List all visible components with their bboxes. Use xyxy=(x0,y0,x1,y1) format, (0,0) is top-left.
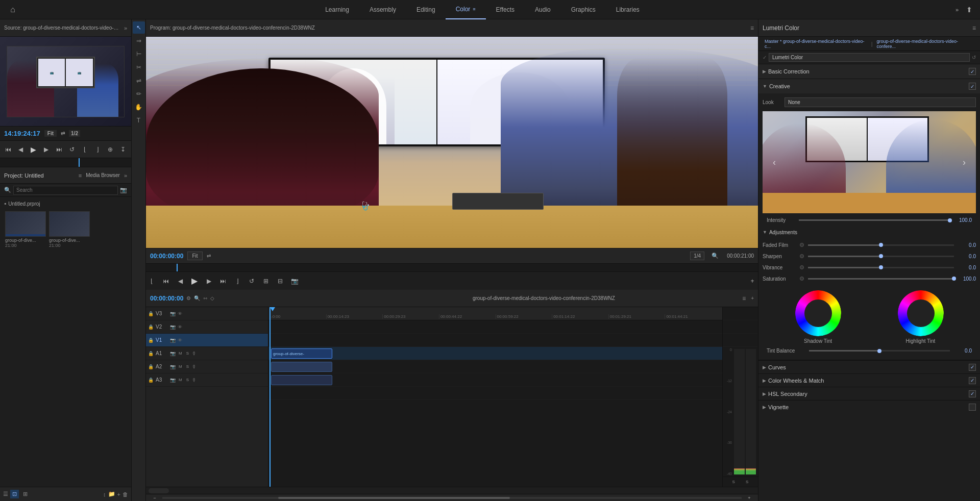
pen-tool[interactable]: ✏ xyxy=(133,88,145,100)
hsl-enabled[interactable]: ✓ xyxy=(969,390,976,397)
track-a1-m[interactable]: M xyxy=(178,350,183,356)
track-v1-camera[interactable]: 📷 xyxy=(170,338,176,343)
source-expand-icon[interactable]: » xyxy=(124,25,127,31)
list-view-icon[interactable]: ☰ xyxy=(3,491,8,497)
timeline-ripple-icon[interactable]: ⇿ xyxy=(203,295,207,301)
timeline-menu-icon[interactable]: ≡ xyxy=(742,295,746,302)
clip-v1[interactable]: group-of-diverse- xyxy=(271,348,332,359)
intensity-thumb[interactable] xyxy=(948,218,952,222)
basic-correction-header[interactable]: ▶ Basic Correction ✓ xyxy=(758,64,980,79)
timeline-expand-icon[interactable]: + xyxy=(751,295,754,301)
sort-icon[interactable]: ↕ xyxy=(103,491,106,497)
zoom-slider[interactable] xyxy=(162,497,742,499)
saturation-node[interactable] xyxy=(800,277,804,281)
faded-film-slider[interactable] xyxy=(808,244,954,246)
track-v3-camera[interactable]: 📷 xyxy=(170,311,176,316)
source-overwrite[interactable]: ↧ xyxy=(118,144,129,155)
track-area-a1[interactable] xyxy=(268,360,722,373)
color-wheels-enabled[interactable]: ✓ xyxy=(969,377,976,384)
source-arrows[interactable]: ⇄ xyxy=(61,131,65,136)
program-timeline-bar[interactable] xyxy=(146,263,758,271)
timeline-magnify-icon[interactable]: 🔍 xyxy=(194,295,200,301)
camera-icon[interactable]: 📷 xyxy=(120,187,127,193)
clip-a2[interactable] xyxy=(271,375,332,385)
saturation-thumb[interactable] xyxy=(952,277,956,281)
faded-film-node[interactable] xyxy=(800,243,804,247)
source-fraction[interactable]: 1/2 xyxy=(69,130,80,137)
project-search-input[interactable] xyxy=(13,186,118,195)
ripple-edit-tool[interactable]: ⊢ xyxy=(133,48,145,60)
prog-mark-in[interactable]: ⌊ xyxy=(146,275,157,287)
source-add-to-seq[interactable]: ⊕ xyxy=(105,144,116,155)
track-a1-lock[interactable]: 🔒 xyxy=(148,351,154,356)
track-a3-camera[interactable]: 📷 xyxy=(170,378,176,383)
program-fit-dropdown[interactable]: Fit xyxy=(187,252,202,260)
sharpen-slider[interactable] xyxy=(808,256,954,257)
prog-play[interactable]: ▶ xyxy=(189,275,200,287)
lumetri-enabled-checkbox[interactable]: ✓ xyxy=(763,55,767,60)
razor-tool[interactable]: ✂ xyxy=(133,61,145,73)
source-frame-fwd[interactable]: ▶ xyxy=(41,144,52,155)
thumb-2[interactable]: group-of-dive... 21:00 xyxy=(49,211,90,248)
source-fit-label[interactable]: Fit xyxy=(44,130,57,137)
program-magnify[interactable]: 🔍 xyxy=(712,253,719,259)
nav-audio[interactable]: Audio xyxy=(525,0,561,19)
source-frame-back[interactable]: ◀ xyxy=(15,144,26,155)
track-v3-lock[interactable]: 🔒 xyxy=(148,311,154,316)
home-button[interactable]: ⌂ xyxy=(0,5,26,14)
program-menu-icon[interactable]: ≡ xyxy=(750,24,754,32)
track-select-tool[interactable]: ⇒ xyxy=(133,35,145,47)
prog-step-fwd[interactable]: ⏭ xyxy=(217,275,229,287)
track-area-v3[interactable] xyxy=(268,320,722,334)
nav-editing[interactable]: Editing xyxy=(406,0,446,19)
curves-section[interactable]: ▶ Curves ✓ xyxy=(758,360,980,373)
prog-step-back[interactable]: ⏮ xyxy=(160,275,172,287)
source-timeline[interactable] xyxy=(0,158,131,167)
timeline-marker-icon[interactable]: ◇ xyxy=(210,295,214,301)
scroll-thumb[interactable] xyxy=(149,488,169,493)
tint-balance-slider[interactable] xyxy=(809,350,950,352)
intensity-slider[interactable] xyxy=(799,219,950,221)
preview-prev-button[interactable]: ‹ xyxy=(773,157,776,168)
preview-next-button[interactable]: › xyxy=(963,157,966,168)
track-v3-eye[interactable]: 👁 xyxy=(178,311,182,316)
source-loop[interactable]: ↺ xyxy=(67,144,78,155)
track-a3-mic[interactable]: 🎙 xyxy=(192,378,197,383)
prog-frame-back[interactable]: ◀ xyxy=(175,275,186,287)
nav-libraries[interactable]: Libraries xyxy=(606,0,650,19)
track-a3-m[interactable]: M xyxy=(178,377,183,383)
nav-color[interactable]: Color ≡ xyxy=(446,0,486,19)
track-area-v2[interactable] xyxy=(268,334,722,347)
vibrance-node[interactable] xyxy=(800,265,804,269)
lumetri-reset-icon[interactable]: ↺ xyxy=(972,55,976,60)
export-icon[interactable]: ⬆ xyxy=(966,6,972,14)
track-area-v1[interactable]: group-of-diverse- xyxy=(268,347,722,360)
project-menu-icon[interactable]: ≡ xyxy=(79,172,82,179)
project-file-item[interactable]: ▪ Untitled.prproj xyxy=(2,199,129,208)
prog-frame-fwd[interactable]: ▶ xyxy=(203,275,214,287)
color-wheels-section[interactable]: ▶ Color Wheels & Match ✓ xyxy=(758,373,980,387)
nav-learning[interactable]: Learning xyxy=(315,0,359,19)
track-a1-camera[interactable]: 📷 xyxy=(170,351,176,356)
project-expand-icon[interactable]: » xyxy=(124,172,127,179)
new-bin-icon[interactable]: 📁 xyxy=(108,491,115,497)
sharpen-thumb[interactable] xyxy=(879,254,883,258)
track-a2-camera[interactable]: 📷 xyxy=(170,364,176,369)
curves-enabled[interactable]: ✓ xyxy=(969,364,976,371)
track-area-a3[interactable] xyxy=(268,387,722,400)
nav-assembly[interactable]: Assembly xyxy=(359,0,406,19)
track-a2-lock[interactable]: 🔒 xyxy=(148,364,154,369)
sharpen-node[interactable] xyxy=(800,254,804,258)
creative-header[interactable]: ▼ Creative ✓ xyxy=(758,79,980,93)
faded-film-thumb[interactable] xyxy=(879,243,883,247)
adjustments-header[interactable]: ▼ Adjustments xyxy=(763,227,976,239)
source-mark-in[interactable]: ⌊ xyxy=(80,144,90,155)
prog-mark-out[interactable]: ⌋ xyxy=(232,275,243,287)
source-step-fwd[interactable]: ⏭ xyxy=(54,144,64,155)
track-a3-lock[interactable]: 🔒 xyxy=(148,378,154,383)
program-fraction[interactable]: 1/4 xyxy=(690,252,704,260)
prog-safe-margins[interactable]: ⊞ xyxy=(260,275,272,287)
vignette-section[interactable]: ▶ Vignette ✓ xyxy=(758,400,980,413)
track-a2-mic[interactable]: 🎙 xyxy=(192,364,197,369)
source-play[interactable]: ▶ xyxy=(28,144,39,155)
